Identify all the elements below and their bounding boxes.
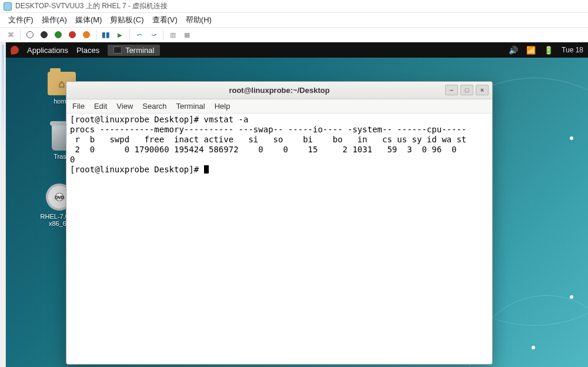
save-icon <box>69 31 76 38</box>
shutdown-button[interactable] <box>52 29 64 41</box>
terminal-line: 2 0 0 1790060 195424 586972 0 0 15 2 103… <box>70 145 462 154</box>
taskbar-terminal[interactable]: Terminal <box>108 45 160 56</box>
reset-icon <box>83 31 90 38</box>
panel-tray[interactable]: 🔊 📶 🔋 Tue 18 <box>509 46 583 55</box>
share-button[interactable]: ▦ <box>181 29 193 41</box>
host-titlebar: DESKTOP-SVTVUU3 上的 RHEL 7 - 虚拟机连接 <box>0 0 588 13</box>
revert-button[interactable]: ⤻ <box>148 29 159 41</box>
decor-dot <box>532 346 535 349</box>
terminal-line: [root@linuxprobe Desktop]# vmstat -a <box>70 115 248 124</box>
turnoff-icon <box>41 31 48 38</box>
host-menu-action[interactable]: 操作(A) <box>42 15 67 25</box>
host-menu-file[interactable]: 文件(F) <box>8 15 34 25</box>
terminal-menubar[interactable]: File Edit View Search Terminal Help <box>66 99 492 114</box>
vm-icon <box>4 2 12 11</box>
enhanced-icon: ▥ <box>170 31 176 39</box>
terminal-line: r b swpd free inact active si so bi bo i… <box>70 135 466 144</box>
redhat-icon <box>10 45 19 55</box>
share-icon: ▦ <box>184 31 190 39</box>
minimize-button[interactable]: – <box>445 85 458 95</box>
checkpoint-button[interactable]: ⤺ <box>133 29 145 41</box>
terminal-menu-search[interactable]: Search <box>142 102 166 111</box>
terminal-title-text: root@linuxprobe:~/Desktop <box>229 86 329 95</box>
terminal-prompt: [root@linuxprobe Desktop]# <box>70 165 204 174</box>
decor-dot <box>570 295 573 299</box>
cad-icon: ⌘ <box>8 31 14 39</box>
terminal-menu-view[interactable]: View <box>116 102 133 111</box>
ctrl-alt-del-button[interactable]: ⌘ <box>5 29 16 41</box>
panel-clock[interactable]: Tue 18 <box>562 46 583 54</box>
battery-icon[interactable]: 🔋 <box>544 46 553 55</box>
shutdown-icon <box>55 31 62 38</box>
terminal-menu-terminal[interactable]: Terminal <box>176 102 205 111</box>
volume-icon[interactable]: 🔊 <box>509 46 518 55</box>
start-button[interactable] <box>24 29 36 41</box>
toolbar-separator <box>96 29 96 40</box>
resume-button[interactable]: ▶ <box>114 29 126 41</box>
terminal-line: 0 <box>70 155 75 164</box>
terminal-titlebar[interactable]: root@linuxprobe:~/Desktop – □ × <box>66 82 492 99</box>
toolbar-separator <box>163 29 163 40</box>
reset-button[interactable] <box>81 29 92 41</box>
enhanced-button[interactable]: ▥ <box>167 29 179 41</box>
terminal-body[interactable]: [root@linuxprobe Desktop]# vmstat -a pro… <box>66 114 492 364</box>
terminal-line: procs -----------memory---------- ---swa… <box>70 125 466 134</box>
host-left-edge <box>0 42 6 367</box>
toolbar-separator <box>129 29 130 40</box>
terminal-window-controls: – □ × <box>445 85 489 95</box>
terminal-window[interactable]: root@linuxprobe:~/Desktop – □ × File Edi… <box>66 81 493 365</box>
save-button[interactable] <box>66 29 78 41</box>
taskbar-terminal-label: Terminal <box>125 46 154 55</box>
turnoff-button[interactable] <box>38 29 50 41</box>
maximize-button[interactable]: □ <box>460 85 473 95</box>
host-menu-help[interactable]: 帮助(H) <box>186 15 212 25</box>
host-toolbar: ⌘ ▮▮ ▶ ⤺ ⤻ ▥ ▦ <box>0 27 588 42</box>
host-menu-view[interactable]: 查看(V) <box>152 15 178 25</box>
pause-icon: ▮▮ <box>102 31 110 39</box>
terminal-menu-file[interactable]: File <box>72 102 85 111</box>
host-menubar[interactable]: 文件(F) 操作(A) 媒体(M) 剪贴板(C) 查看(V) 帮助(H) <box>0 13 588 27</box>
checkpoint-icon: ⤺ <box>137 31 142 39</box>
toolbar-separator <box>20 29 21 40</box>
start-icon <box>26 31 34 38</box>
close-button[interactable]: × <box>476 85 489 95</box>
panel-applications[interactable]: Applications <box>27 46 68 55</box>
terminal-menu-edit[interactable]: Edit <box>94 102 107 111</box>
host-window-title: DESKTOP-SVTVUU3 上的 RHEL 7 - 虚拟机连接 <box>15 1 168 11</box>
play-icon: ▶ <box>118 32 122 38</box>
guest-desktop[interactable]: Applications Places Terminal 🔊 📶 🔋 Tue 1… <box>6 42 588 367</box>
gnome-top-panel[interactable]: Applications Places Terminal 🔊 📶 🔋 Tue 1… <box>6 42 588 58</box>
decor-dot <box>570 136 573 140</box>
terminal-menu-help[interactable]: Help <box>215 102 230 111</box>
terminal-task-icon <box>113 46 122 54</box>
terminal-cursor <box>204 165 209 174</box>
host-menu-media[interactable]: 媒体(M) <box>75 15 102 25</box>
host-menu-clip[interactable]: 剪贴板(C) <box>110 15 143 25</box>
panel-places[interactable]: Places <box>76 46 99 55</box>
network-icon[interactable]: 📶 <box>526 46 536 55</box>
pause-button[interactable]: ▮▮ <box>100 29 112 41</box>
revert-icon: ⤻ <box>151 31 156 39</box>
